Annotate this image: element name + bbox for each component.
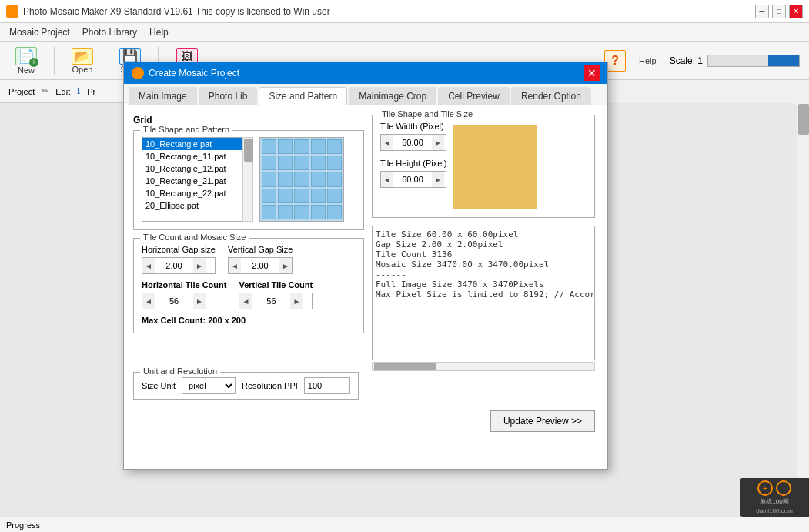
size-unit-select[interactable]: pixel inch cm [182,377,236,394]
app-icon [6,5,18,18]
list-item[interactable]: 10_Rectangle_21.pat [142,175,252,187]
close-btn[interactable]: ✕ [789,5,803,18]
vert-tile-dec[interactable]: ◄ [239,293,252,309]
tab-mainimage-crop[interactable]: Mainimage Crop [349,87,436,105]
scrollbar-thumb[interactable] [798,104,809,135]
vert-gap-spinbox[interactable]: ◄ ► [228,257,293,274]
horiz-tile-label: Horizontal Tile Count [142,280,226,289]
dialog-tabs: Main Image Photo Lib Size and Pattern Ma… [124,84,607,105]
scale-fill [768,55,799,66]
pattern-cell [327,189,342,203]
tile-height-spinbox[interactable]: ◄ ► [380,171,446,188]
tile-width-spinbox[interactable]: ◄ ► [380,134,446,151]
status-bar: Progress [0,517,809,532]
tab-cell-preview[interactable]: Cell Preview [438,87,510,105]
horiz-gap-dec[interactable]: ◄ [142,258,155,273]
horiz-gap-inc[interactable]: ► [193,258,206,273]
info-scrollbar-thumb[interactable] [374,363,436,370]
horiz-tile-spinbox[interactable]: ◄ ► [142,293,226,309]
list-item[interactable]: 10_Rectangle_11.pat [142,150,252,162]
pattern-list[interactable]: 10_Rectangle.pat 10_Rectangle_11.pat 10_… [142,137,253,222]
update-preview-btn[interactable]: Update Preview >> [490,410,595,432]
horiz-gap-value[interactable] [155,261,193,270]
list-item[interactable]: 20_Ellipse.pat [142,199,252,212]
unit-group-label: Unit and Resolution [140,366,220,376]
tile-height-inc[interactable]: ► [432,172,444,187]
pattern-cell [262,189,276,203]
horiz-tile-col: Horizontal Tile Count ◄ ► [142,280,226,309]
resolution-input[interactable] [304,377,350,394]
open-label: Open [72,65,93,74]
tile-width-dec[interactable]: ◄ [381,135,393,150]
menu-photo-library[interactable]: Photo Library [76,25,143,39]
menu-mosaic-project[interactable]: Mosaic Project [3,25,76,39]
tile-count-row: Horizontal Tile Count ◄ ► Vertical Tile … [142,280,356,309]
tab-main-image[interactable]: Main Image [129,87,197,105]
list-item[interactable]: 10_Rectangle_12.pat [142,162,252,175]
vert-tile-spinbox[interactable]: ◄ ► [239,293,313,309]
pattern-cell [327,205,342,219]
tab-size-pattern[interactable]: Size and Pattern [259,87,347,105]
horiz-gap-label: Horizontal Gap size [142,245,216,254]
menu-bar: Mosaic Project Photo Library Help [0,23,809,42]
tile-preview [453,125,537,209]
tile-dimensions-col: Tile Width (Pixel) ◄ ► Tile Height (Pixe… [380,122,446,209]
watermark-text: 单机100网 [760,497,788,506]
pr-btn[interactable]: Pr [82,85,101,99]
list-scrollbar[interactable] [242,137,253,222]
list-scrollbar-thumb[interactable] [244,139,253,162]
minimize-btn[interactable]: ─ [755,5,769,18]
vert-tile-inc[interactable]: ► [290,293,303,309]
tile-shape-group-label: Tile Shape and Pattern [140,125,232,134]
vert-gap-inc[interactable]: ► [279,258,292,273]
vert-tile-value[interactable] [252,296,290,306]
watermark-icon-2 [776,480,791,496]
pattern-cell [327,139,342,154]
list-item[interactable]: 10_Rectangle_22.pat [142,187,252,199]
status-label: Progress [6,520,40,530]
tab-render-option[interactable]: Render Option [511,87,591,105]
info-line-4: Mosaic Size 3470.00 x 3470.00pixel [376,259,591,269]
project-btn[interactable]: Project [3,85,40,99]
tile-count-group-label: Tile Count and Mosaic Size [140,233,249,242]
maximize-btn[interactable]: □ [772,5,786,18]
dialog-close-btn[interactable]: ✕ [584,65,600,81]
dialog-title: Create Mosaic Project [149,68,584,79]
dialog: Create Mosaic Project ✕ Main Image Photo… [123,62,608,470]
info-horiz-scrollbar[interactable] [372,362,595,371]
horiz-tile-value[interactable] [155,296,193,306]
pattern-cell [262,205,276,219]
horiz-tile-inc[interactable]: ► [193,293,206,309]
edit-btn[interactable]: Edit [50,85,75,99]
project-panel-bar: Project ✏ Edit ℹ Pr [0,80,127,103]
tile-height-value[interactable] [393,175,432,184]
horiz-gap-col: Horizontal Gap size ◄ ► [142,245,216,274]
vert-gap-value[interactable] [241,261,279,270]
dialog-inner: Grid Tile Shape and Pattern 10_Rectangle… [133,115,598,438]
pattern-cell [327,172,342,186]
info-line-3: Tile Count 3136 [376,249,591,259]
tab-photo-lib[interactable]: Photo Lib [199,87,258,105]
toolbar-sep-1 [54,47,55,75]
open-button[interactable]: 📂 Open [59,44,105,78]
vert-gap-col: Vertical Gap Size ◄ ► [228,245,293,274]
horiz-gap-spinbox[interactable]: ◄ ► [142,257,216,274]
pattern-cell [311,139,326,154]
resolution-label: Resolution PPI [242,381,298,390]
menu-help[interactable]: Help [143,25,175,39]
tile-width-value[interactable] [393,138,432,147]
bottom-section: Unit and Resolution Size Unit pixel inch… [133,372,598,407]
vert-gap-dec[interactable]: ◄ [229,258,241,273]
list-item[interactable]: 10_Rectangle.pat [142,138,252,150]
tile-height-dec[interactable]: ◄ [381,172,393,187]
help-button[interactable]: Help [632,44,664,78]
scrollbar-right[interactable] [797,103,809,517]
max-cell-label: Max Cell Count: 200 x 200 [142,316,356,325]
scale-bar[interactable] [707,55,800,67]
pattern-cell [278,139,293,154]
tile-width-inc[interactable]: ► [432,135,444,150]
tile-count-group: Tile Count and Mosaic Size Horizontal Ga… [133,238,364,333]
pattern-cell [294,205,309,219]
horiz-tile-dec[interactable]: ◄ [142,293,155,309]
new-button[interactable]: 📄+ New [3,44,49,78]
